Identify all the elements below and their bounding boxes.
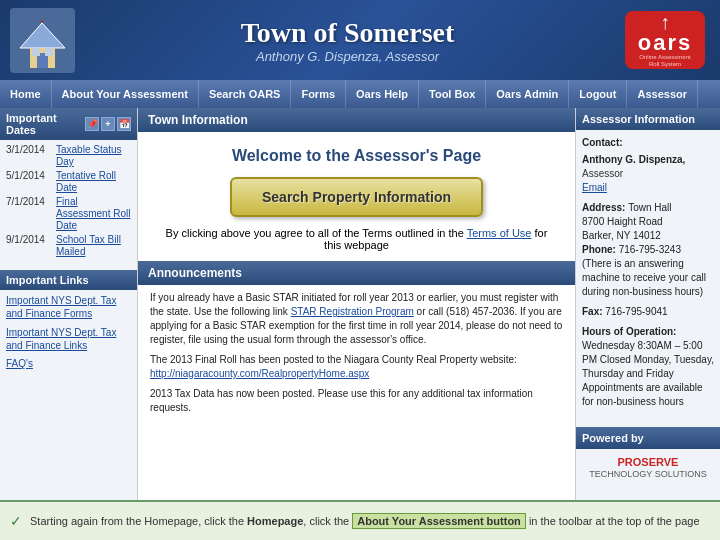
street-value: 8700 Haight Road [582,216,663,227]
announcements-header: Announcements [138,261,575,285]
house-logo [10,8,75,73]
powered-by-content: PROSERVE TECHNOLOGY SOLUTIONS [576,449,720,487]
bottom-instruction-bar: ✓ Starting again from the Homepage, clic… [0,500,720,540]
important-links-content: Important NYS Dept. Tax and Finance Form… [0,290,137,373]
terms-text-row: By clicking above you agree to all of th… [158,227,555,251]
important-links-header: Important Links [0,270,137,290]
oars-arrow-icon: ↑ [660,12,670,32]
site-name: Town of Somerset [75,17,620,49]
site-title: Town of Somerset Anthony G. Dispenza, As… [75,17,620,64]
date-row-4: 9/1/2014 School Tax Bill Mailed [6,234,131,258]
email-link[interactable]: Email [582,182,607,193]
assessor-job-title: Assessor [582,167,714,181]
page-header: Town of Somerset Anthony G. Dispenza, As… [0,0,720,80]
navigation-bar: Home About Your Assessment Search OARS F… [0,80,720,108]
sidebar-icon-1[interactable]: 📌 [85,117,99,131]
date-link-3[interactable]: Final Assessment Roll Date [56,196,131,232]
date-2: 5/1/2014 [6,170,52,181]
sidebar-icon-3[interactable]: 📅 [117,117,131,131]
assessor-name: Anthony G. Dispenza, [582,153,714,167]
important-dates-title: Important Dates [6,112,85,136]
announcement-3: 2013 Tax Data has now been posted. Pleas… [150,387,563,415]
address-section: Address: Town Hall 8700 Haight Road Bark… [582,201,714,299]
address-label: Address: [582,202,628,213]
right-sidebar: Assessor Information Contact: Anthony G.… [575,108,720,500]
phone-value: 716-795-3243 [619,244,681,255]
instruction-text: Starting again from the Homepage, click … [30,515,700,527]
fax-section: Fax: 716-795-9041 [582,305,714,319]
city-value: Barker, NY 14012 [582,230,661,241]
date-row-3: 7/1/2014 Final Assessment Roll Date [6,196,131,232]
instruction-prefix: Starting again from the Homepage, click … [30,515,244,527]
checkmark-icon: ✓ [10,513,22,529]
sidebar-icon-2[interactable]: + [101,117,115,131]
fax-value: 716-795-9041 [605,306,667,317]
assessor-info-header: Assessor Information [576,108,720,130]
date-link-1[interactable]: Taxable Status Day [56,144,131,168]
proserve-logo: PROSERVE TECHNOLOGY SOLUTIONS [582,455,714,481]
left-sidebar: Important Dates 📌 + 📅 3/1/2014 Taxable S… [0,108,138,500]
date-row-1: 3/1/2014 Taxable Status Day [6,144,131,168]
svg-rect-5 [45,48,53,56]
important-links-section: Important Links Important NYS Dept. Tax … [0,270,137,373]
date-row-2: 5/1/2014 Tentative Roll Date [6,170,131,194]
nav-about-assessment[interactable]: About Your Assessment [52,80,199,108]
phone-label: Phone: [582,244,619,255]
nav-oars-admin[interactable]: Oars Admin [486,80,569,108]
welcome-section: Welcome to the Assessor's Page Search Pr… [138,132,575,256]
nav-home[interactable]: Home [0,80,52,108]
oars-logo-container: ↑ oars Online AssessmentRoll System [620,8,710,73]
powered-by-title: Powered by [582,432,644,444]
date-1: 3/1/2014 [6,144,52,155]
faq-link[interactable]: FAQ's [6,358,131,369]
instruction-suffix: in the toolbar at the top of the page [526,515,700,527]
center-content: Town Information Welcome to the Assessor… [138,108,575,500]
terms-of-use-link[interactable]: Terms of Use [467,227,532,239]
nav-assessor[interactable]: Assessor [627,80,698,108]
niagara-county-link[interactable]: http://niagaracounty.com/RealpropertyHom… [150,368,369,379]
search-property-button[interactable]: Search Property Information [230,177,483,217]
hours-value: Wednesday 8:30AM – 5:00 PM Closed Monday… [582,340,714,407]
nav-oars-help[interactable]: Oars Help [346,80,419,108]
svg-rect-4 [32,48,40,56]
terms-prefix: By clicking above you agree to all of th… [166,227,464,239]
contact-section: Contact: Anthony G. Dispenza, Assessor E… [582,136,714,195]
date-3: 7/1/2014 [6,196,52,207]
nav-toolbox[interactable]: Tool Box [419,80,486,108]
nav-search-oars[interactable]: Search OARS [199,80,292,108]
announcements-title: Announcements [148,266,242,280]
oars-badge: ↑ oars Online AssessmentRoll System [625,11,705,69]
oars-label: oars [638,32,692,54]
nav-logout[interactable]: Logout [569,80,627,108]
important-links-title: Important Links [6,274,89,286]
nys-links-link[interactable]: Important NYS Dept. Tax and Finance Link… [6,326,131,352]
date-4: 9/1/2014 [6,234,52,245]
announcement-2: The 2013 Final Roll has been posted to t… [150,353,563,381]
assessor-info-title: Assessor Information [582,113,695,125]
phone-note: (There is an answering machine to receiv… [582,258,706,297]
important-dates-header: Important Dates 📌 + 📅 [0,108,137,140]
date-link-2[interactable]: Tentative Roll Date [56,170,131,194]
proserve-subtitle: TECHNOLOGY SOLUTIONS [582,469,714,481]
announcement-1: If you already have a Basic STAR initiat… [150,291,563,347]
nys-forms-link[interactable]: Important NYS Dept. Tax and Finance Form… [6,294,131,320]
site-subtitle: Anthony G. Dispenza, Assessor [75,49,620,64]
important-dates-content: 3/1/2014 Taxable Status Day 5/1/2014 Ten… [0,140,137,264]
date-link-4[interactable]: School Tax Bill Mailed [56,234,131,258]
announcements-content: If you already have a Basic STAR initiat… [138,285,575,427]
fax-label: Fax: [582,306,605,317]
assessor-info-content: Contact: Anthony G. Dispenza, Assessor E… [576,130,720,421]
contact-label: Contact: [582,136,714,150]
town-info-header: Town Information [138,108,575,132]
oars-subtitle: Online AssessmentRoll System [639,54,690,67]
powered-by-header: Powered by [576,427,720,449]
proserve-brand: PROSERVE [582,455,714,469]
nav-forms[interactable]: Forms [291,80,346,108]
hours-label: Hours of Operation: [582,326,676,337]
town-info-title: Town Information [148,113,248,127]
star-registration-link[interactable]: STAR Registration Program [291,306,414,317]
address-value: Town Hall [628,202,671,213]
about-button-highlight: About Your Assessment button [352,513,526,529]
main-content: Important Dates 📌 + 📅 3/1/2014 Taxable S… [0,108,720,500]
hours-section: Hours of Operation: Wednesday 8:30AM – 5… [582,325,714,409]
